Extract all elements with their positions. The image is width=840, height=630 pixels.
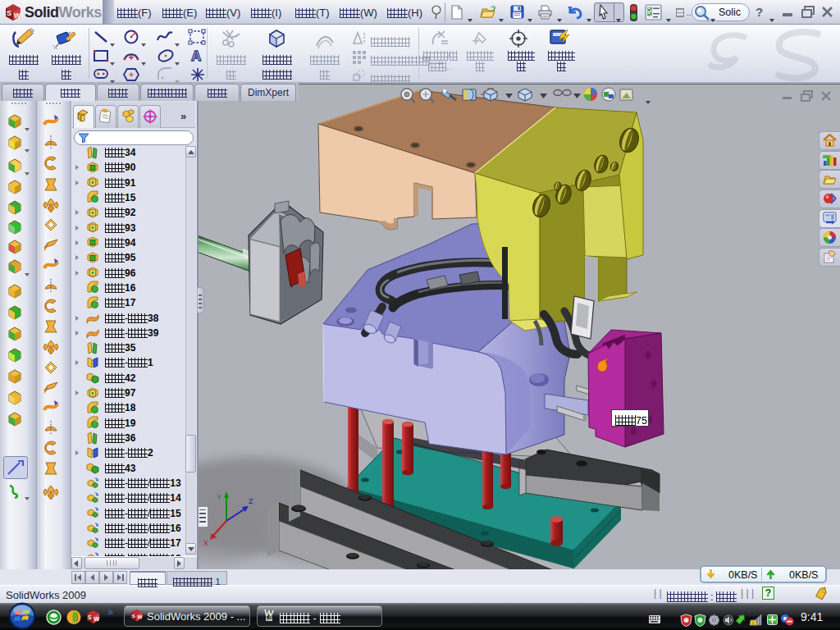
svg-text:W: W [94, 616, 100, 622]
svg-text:A: A [191, 48, 201, 64]
svg-text:S: S [88, 614, 92, 620]
svg-text:W: W [14, 11, 21, 20]
svg-text:S: S [132, 613, 135, 619]
svg-text:Z: Z [249, 497, 253, 505]
svg-text:X: X [203, 539, 208, 547]
svg-text:W: W [137, 614, 142, 619]
svg-text:S: S [7, 9, 11, 17]
svg-text:Y: Y [217, 493, 221, 501]
